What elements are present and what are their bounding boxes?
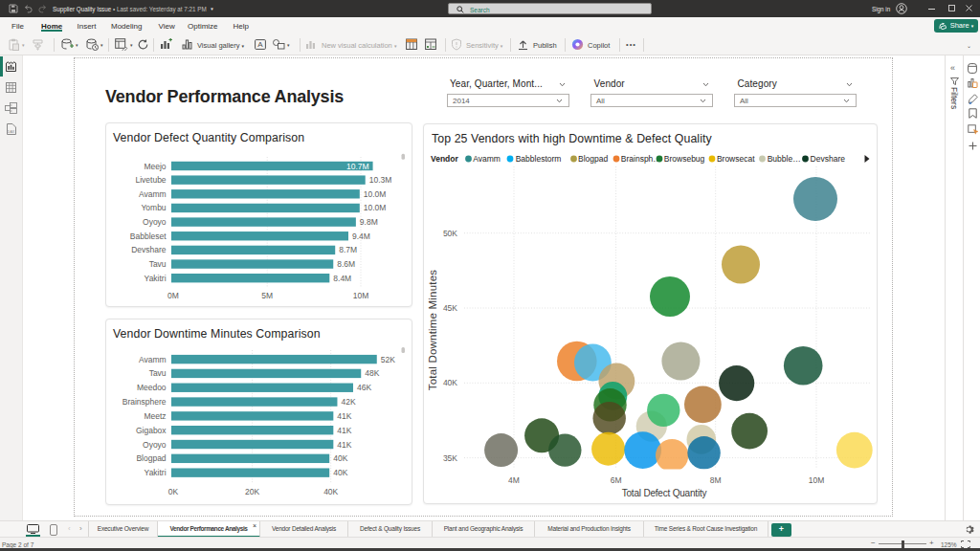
- svg-text:Blogpad: Blogpad: [578, 154, 608, 164]
- svg-text:40K: 40K: [333, 453, 347, 463]
- svg-text:35K: 35K: [443, 453, 457, 463]
- svg-text:10.7M: 10.7M: [346, 162, 369, 171]
- svg-text:Bubble…: Bubble…: [768, 154, 801, 164]
- svg-text:Vendor: Vendor: [431, 154, 459, 164]
- svg-text:40K: 40K: [333, 468, 347, 477]
- svg-text:Oyoyo: Oyoyo: [143, 440, 167, 450]
- svg-text:0K: 0K: [168, 487, 179, 496]
- svg-text:Babblestorm: Babblestorm: [516, 154, 562, 164]
- svg-text:Avamm: Avamm: [139, 189, 167, 199]
- svg-text:Devshare: Devshare: [811, 154, 846, 164]
- svg-text:8M: 8M: [710, 475, 722, 485]
- svg-text:10.0M: 10.0M: [364, 189, 387, 199]
- svg-text:Yombu: Yombu: [141, 203, 166, 212]
- svg-text:Yakitri: Yakitri: [145, 274, 167, 283]
- svg-text:10.0M: 10.0M: [364, 203, 387, 212]
- svg-text:Meejo: Meejo: [144, 162, 166, 171]
- svg-text:Meedoo: Meedoo: [137, 383, 167, 392]
- svg-text:Meetz: Meetz: [144, 411, 166, 421]
- svg-text:0M: 0M: [167, 291, 179, 300]
- svg-text:45K: 45K: [443, 303, 457, 313]
- svg-text:Total Downtime Minutes: Total Downtime Minutes: [427, 270, 438, 391]
- svg-text:10M: 10M: [809, 475, 825, 485]
- svg-text:Avamm: Avamm: [139, 355, 167, 364]
- svg-text:41K: 41K: [337, 411, 351, 421]
- svg-text:Livetube: Livetube: [135, 175, 166, 185]
- svg-text:5M: 5M: [261, 291, 273, 300]
- svg-text:Devshare: Devshare: [131, 245, 167, 254]
- svg-text:9.4M: 9.4M: [352, 231, 370, 241]
- svg-text:48K: 48K: [365, 368, 379, 378]
- svg-text:8.4M: 8.4M: [333, 274, 351, 283]
- svg-text:41K: 41K: [337, 426, 351, 435]
- svg-text:Babbleset: Babbleset: [130, 231, 167, 241]
- svg-text:10M: 10M: [353, 291, 369, 300]
- svg-text:Tavu: Tavu: [149, 368, 167, 378]
- svg-text:4M: 4M: [508, 475, 520, 485]
- svg-text:A: A: [257, 40, 263, 49]
- svg-text:10.3M: 10.3M: [369, 175, 392, 185]
- svg-text:50K: 50K: [443, 229, 457, 238]
- svg-text:DAX: DAX: [8, 130, 15, 134]
- svg-text:Yakitri: Yakitri: [145, 468, 167, 477]
- svg-text:41K: 41K: [337, 440, 351, 450]
- svg-text:8.6M: 8.6M: [337, 259, 355, 269]
- svg-text:40K: 40K: [443, 378, 457, 387]
- svg-text:Browsebug: Browsebug: [664, 154, 705, 164]
- svg-text:Tavu: Tavu: [149, 259, 167, 269]
- svg-text:Avamm: Avamm: [473, 154, 501, 164]
- svg-text:Brainsphere: Brainsphere: [122, 397, 167, 407]
- svg-text:42K: 42K: [341, 397, 355, 407]
- svg-text:Oyoyo: Oyoyo: [143, 217, 167, 227]
- svg-text:Gigabox: Gigabox: [136, 426, 167, 435]
- svg-text:Browsecat: Browsecat: [717, 154, 755, 164]
- svg-text:40K: 40K: [323, 487, 338, 496]
- svg-text:52K: 52K: [381, 355, 395, 364]
- svg-text:46K: 46K: [357, 383, 371, 392]
- svg-text:Total Defect Quantity: Total Defect Quantity: [622, 488, 707, 498]
- svg-text:9.8M: 9.8M: [360, 217, 378, 227]
- svg-text:8.7M: 8.7M: [339, 245, 357, 254]
- svg-text:20K: 20K: [245, 487, 259, 496]
- svg-text:Brainsph…: Brainsph…: [621, 154, 661, 164]
- svg-text:Blogpad: Blogpad: [136, 453, 166, 463]
- svg-text:6M: 6M: [611, 475, 622, 485]
